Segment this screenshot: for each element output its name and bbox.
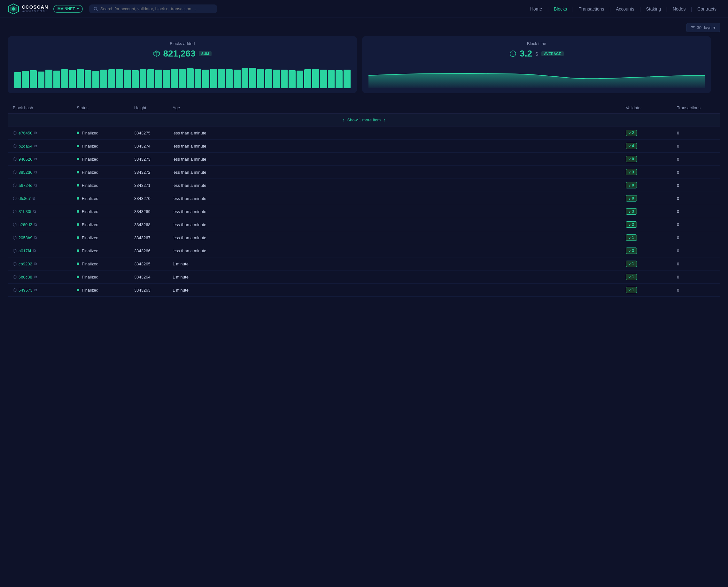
copy-icon[interactable]: ⧉ xyxy=(34,131,37,135)
search-bar[interactable] xyxy=(89,4,217,13)
hash-cell: ⬡ dfc8c7 ⧉ xyxy=(13,196,77,201)
block-cube-icon: ⬡ xyxy=(13,143,17,148)
bar-item xyxy=(53,71,61,88)
hash-cell: ⬡ a017f4 ⧉ xyxy=(13,248,77,253)
bar-item xyxy=(226,69,233,88)
txn-cell: 0 xyxy=(677,249,715,253)
block-hash-link[interactable]: cb9202 xyxy=(19,262,32,266)
block-hash-link[interactable]: 2053b9 xyxy=(19,235,32,240)
block-hash-link[interactable]: 31b30f xyxy=(19,209,31,214)
table-row: ⬡ 31b30f ⧉ Finalized 3343269 less than a… xyxy=(8,205,720,218)
svg-line-10 xyxy=(513,54,514,55)
bar-item xyxy=(320,70,327,88)
block-hash-link[interactable]: 940526 xyxy=(19,157,32,162)
table-row: ⬡ 649573 ⧉ Finalized 3343263 1 minute v … xyxy=(8,284,720,297)
status-dot xyxy=(77,210,79,213)
block-time-value: 3.2 xyxy=(520,49,532,59)
validator-v-label: v xyxy=(629,262,631,266)
table-row: ⬡ b2da54 ⧉ Finalized 3343274 less than a… xyxy=(8,140,720,152)
bar-item xyxy=(124,70,131,88)
copy-icon[interactable]: ⧉ xyxy=(34,275,37,279)
txn-cell: 0 xyxy=(677,183,715,188)
validator-cell: v 0 xyxy=(626,182,677,188)
status-dot xyxy=(77,223,79,226)
nav-home[interactable]: Home xyxy=(526,4,546,14)
hash-cell: ⬡ b2da54 ⧉ xyxy=(13,143,77,148)
status-cell: Finalized xyxy=(77,288,134,292)
copy-icon[interactable]: ⧉ xyxy=(34,235,37,240)
bar-item xyxy=(116,69,123,88)
status-text: Finalized xyxy=(82,222,98,227)
blocks-table: Block hash Status Height Age Validator T… xyxy=(8,102,720,297)
status-text: Finalized xyxy=(82,196,98,201)
block-hash-link[interactable]: 8852d6 xyxy=(19,170,32,175)
copy-icon[interactable]: ⧉ xyxy=(34,288,37,292)
network-selector[interactable]: MAINNET ▾ xyxy=(53,5,83,13)
txn-cell: 0 xyxy=(677,235,715,240)
nav-nodes[interactable]: Nodes xyxy=(669,4,689,14)
bar-item xyxy=(289,70,296,88)
block-hash-link[interactable]: e76450 xyxy=(19,131,32,135)
show-more-label: Show 1 more item xyxy=(347,118,381,122)
copy-icon[interactable]: ⧉ xyxy=(34,170,37,174)
status-dot xyxy=(77,158,79,160)
search-input[interactable] xyxy=(100,6,212,11)
copy-icon[interactable]: ⧉ xyxy=(34,222,37,227)
txn-cell: 0 xyxy=(677,157,715,162)
logo-icon xyxy=(8,3,19,15)
copy-icon[interactable]: ⧉ xyxy=(33,209,36,214)
copy-icon[interactable]: ⧉ xyxy=(34,262,37,266)
validator-badge[interactable]: v 4 xyxy=(626,143,637,149)
block-cube-icon: ⬡ xyxy=(13,274,17,279)
validator-badge[interactable]: v 0 xyxy=(626,195,637,202)
validator-badge[interactable]: v 1 xyxy=(626,274,637,280)
validator-badge[interactable]: v 1 xyxy=(626,234,637,241)
app-name: CCOSCAN xyxy=(22,4,48,10)
block-hash-link[interactable]: 6b0c38 xyxy=(19,275,32,279)
validator-cell: v 4 xyxy=(626,143,677,149)
table-header-row: Block hash Status Height Age Validator T… xyxy=(8,102,720,114)
block-cube-icon: ⬡ xyxy=(13,287,17,292)
age-cell: less than a minute xyxy=(173,249,626,253)
copy-icon[interactable]: ⧉ xyxy=(32,196,36,201)
validator-badge[interactable]: v 3 xyxy=(626,169,637,175)
hash-cell: ⬡ c260d2 ⧉ xyxy=(13,222,77,227)
block-hash-link[interactable]: 649573 xyxy=(19,288,32,292)
validator-badge[interactable]: v 3 xyxy=(626,208,637,215)
nav-staking[interactable]: Staking xyxy=(642,4,665,14)
time-filter-button[interactable]: 30 days ▾ xyxy=(686,23,720,32)
block-cube-icon: ⬡ xyxy=(13,209,17,214)
table-row: ⬡ cb9202 ⧉ Finalized 3343265 1 minute v … xyxy=(8,257,720,271)
block-hash-link[interactable]: a6724c xyxy=(19,183,32,188)
copy-icon[interactable]: ⧉ xyxy=(34,144,37,148)
validator-badge[interactable]: v 1 xyxy=(626,287,637,293)
nav-accounts[interactable]: Accounts xyxy=(612,4,638,14)
validator-badge[interactable]: v 3 xyxy=(626,248,637,254)
validator-badge[interactable]: v 0 xyxy=(626,156,637,162)
validator-cell: v 3 xyxy=(626,208,677,215)
age-cell: less than a minute xyxy=(173,131,626,135)
block-cube-icon: ⬡ xyxy=(13,222,17,227)
block-hash-link[interactable]: a017f4 xyxy=(19,249,31,253)
bar-item xyxy=(195,69,202,88)
validator-badge[interactable]: v 0 xyxy=(626,182,637,188)
block-hash-link[interactable]: b2da54 xyxy=(19,144,32,148)
nav-blocks[interactable]: Blocks xyxy=(550,4,571,14)
show-more-row[interactable]: ↑ Show 1 more item ↑ xyxy=(8,114,720,126)
bar-item xyxy=(30,70,37,88)
nav-contracts[interactable]: Contracts xyxy=(693,4,720,14)
validator-badge[interactable]: v 1 xyxy=(626,261,637,267)
copy-icon[interactable]: ⧉ xyxy=(34,157,37,161)
bar-item xyxy=(257,69,264,88)
copy-icon[interactable]: ⧉ xyxy=(33,249,36,253)
block-hash-link[interactable]: dfc8c7 xyxy=(19,196,31,201)
col-validator: Validator xyxy=(626,105,677,110)
txn-cell: 0 xyxy=(677,131,715,135)
validator-badge[interactable]: v 2 xyxy=(626,221,637,228)
copy-icon[interactable]: ⧉ xyxy=(34,183,37,187)
txn-cell: 0 xyxy=(677,209,715,214)
validator-badge[interactable]: v 2 xyxy=(626,130,637,136)
nav-transactions[interactable]: Transactions xyxy=(575,4,608,14)
nav-sep-1: | xyxy=(547,6,549,12)
block-hash-link[interactable]: c260d2 xyxy=(19,222,32,227)
